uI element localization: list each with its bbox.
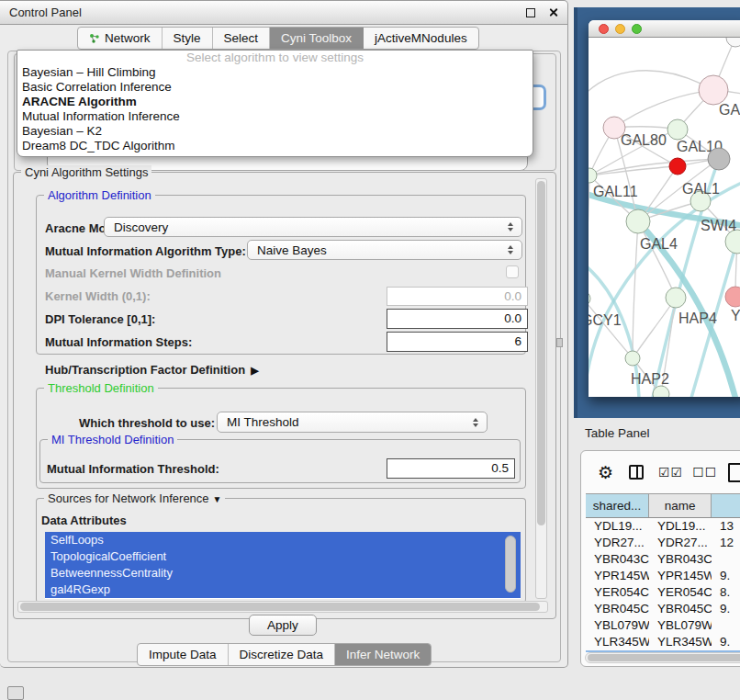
table-row[interactable]: YBR043CYBR043C bbox=[586, 551, 740, 568]
network-node-gal10[interactable] bbox=[667, 119, 688, 140]
table-toolbar: ⚙ ☑☑ ☐☐ bbox=[581, 451, 740, 493]
algorithm-option[interactable]: Dream8 DC_TDC Algorithm bbox=[17, 139, 533, 153]
tab-infer-network[interactable]: Infer Network bbox=[335, 644, 431, 665]
table-cell: YBR043C bbox=[649, 551, 712, 568]
gear-icon[interactable]: ⚙ bbox=[598, 464, 613, 481]
table-row[interactable]: YPR145WYPR145W9. bbox=[586, 568, 740, 584]
which-threshold-label: Which threshold to use: bbox=[79, 416, 215, 430]
zoom-window-icon[interactable] bbox=[632, 24, 642, 34]
attribute-item-selected[interactable]: BetweennessCentrality bbox=[45, 565, 521, 581]
network-node[interactable] bbox=[669, 158, 686, 175]
sources-title[interactable]: Sources for Network Inference▼ bbox=[44, 491, 225, 505]
table-row[interactable]: YER054CYER054C8. bbox=[586, 584, 740, 601]
minimize-window-icon[interactable] bbox=[615, 24, 625, 34]
network-node-gcy1[interactable] bbox=[589, 291, 590, 306]
hub-definition-expander[interactable]: Hub/Transcription Factor Definition▶ bbox=[45, 363, 259, 377]
network-node-hap2[interactable] bbox=[625, 351, 640, 366]
node-table: shared...name YDL19...YDL19...13YDR27...… bbox=[586, 493, 740, 655]
table-horizontal-scrollbar[interactable] bbox=[585, 652, 740, 663]
algorithm-option[interactable]: Bayesian – Hill Climbing bbox=[17, 65, 533, 80]
table-mode-icon[interactable] bbox=[728, 463, 740, 482]
attributes-list-scrollbar[interactable] bbox=[505, 536, 516, 593]
tab-cyni-toolbox[interactable]: Cyni Toolbox bbox=[270, 28, 364, 49]
attribute-item-selected[interactable]: gal4RGexp bbox=[45, 581, 521, 598]
mi-threshold-definition-title: MI Threshold Definition bbox=[48, 433, 177, 446]
algorithm-option[interactable]: ARACNE Algorithm bbox=[17, 95, 533, 109]
network-view-frame: GALGAL80GAL10GAL11GAL1SWI4GAL4GCY1HAP4YH… bbox=[574, 7, 740, 418]
table-cell: 8. bbox=[712, 584, 740, 601]
network-icon bbox=[89, 33, 100, 44]
table-row[interactable]: YBR045CYBR045C9. bbox=[586, 601, 740, 617]
close-panel-icon[interactable] bbox=[548, 7, 558, 17]
table-cell: YDR27... bbox=[649, 535, 712, 551]
table-body: YDL19...YDL19...13YDR27...YDR27...12YBR0… bbox=[586, 518, 740, 655]
mi-type-value: Naive Bayes bbox=[257, 243, 504, 257]
node-label: Y bbox=[731, 308, 740, 323]
table-cell: 9. bbox=[712, 634, 740, 650]
table-cell: YDL19... bbox=[586, 518, 649, 535]
settings-horizontal-scrollbar[interactable] bbox=[17, 601, 548, 613]
algorithm-option[interactable]: Mutual Information Inference bbox=[17, 109, 533, 124]
table-cell bbox=[712, 551, 740, 568]
network-node[interactable] bbox=[708, 148, 730, 170]
attribute-item-selected[interactable]: SelfLoops bbox=[45, 532, 521, 548]
tab-select[interactable]: Select bbox=[213, 28, 271, 49]
minimized-panel-icon[interactable] bbox=[7, 686, 24, 700]
mi-threshold-field[interactable]: 0.5 bbox=[387, 458, 515, 479]
table-row[interactable]: YLR345WYLR345W9. bbox=[586, 634, 740, 650]
kernel-width-field[interactable]: 0.0 bbox=[387, 287, 528, 306]
table-cell: YLR345W bbox=[586, 634, 649, 650]
network-edge[interactable] bbox=[614, 90, 713, 128]
column-header[interactable]: shared... bbox=[586, 494, 649, 517]
table-row[interactable]: YDR27...YDR27...12 bbox=[586, 535, 740, 551]
split-pane-handle[interactable] bbox=[556, 338, 563, 347]
table-panel: ⚙ ☑☑ ☐☐ shared...name YDL19...YDL19...13… bbox=[580, 450, 740, 667]
select-all-icon[interactable]: ☑☑ bbox=[658, 465, 683, 480]
table-cell: YBL079W bbox=[586, 617, 649, 634]
which-threshold-select[interactable]: MI Threshold bbox=[217, 412, 488, 433]
network-node-gal4[interactable] bbox=[626, 209, 650, 233]
algorithm-option[interactable]: Basic Correlation Inference bbox=[17, 80, 533, 95]
tab-label: Infer Network bbox=[346, 648, 420, 661]
network-edge[interactable] bbox=[633, 221, 638, 358]
tab-impute-data[interactable]: Impute Data bbox=[138, 644, 229, 665]
tab-discretize-data[interactable]: Discretize Data bbox=[229, 644, 336, 665]
settings-vertical-scrollbar[interactable] bbox=[535, 178, 547, 599]
tab-network[interactable]: Network bbox=[78, 28, 163, 49]
network-edge[interactable] bbox=[589, 175, 589, 299]
tab-style[interactable]: Style bbox=[163, 28, 213, 49]
column-header[interactable]: name bbox=[649, 494, 712, 517]
columns-icon[interactable] bbox=[629, 465, 644, 480]
data-attributes-list[interactable]: SelfLoopsTopologicalCoefficientBetweenne… bbox=[45, 532, 521, 599]
network-window: GALGAL80GAL10GAL11GAL1SWI4GAL4GCY1HAP4YH… bbox=[589, 20, 740, 397]
attribute-item-selected[interactable]: TopologicalCoefficient bbox=[45, 548, 521, 565]
aracne-mode-select[interactable]: Discovery bbox=[104, 217, 522, 237]
deselect-all-icon[interactable]: ☐☐ bbox=[692, 465, 717, 480]
dpi-tolerance-label: DPI Tolerance [0,1]: bbox=[45, 312, 155, 326]
table-row[interactable]: YDL19...YDL19...13 bbox=[586, 518, 740, 535]
table-cell: YER054C bbox=[649, 584, 712, 601]
network-canvas[interactable]: GALGAL80GAL10GAL11GAL1SWI4GAL4GCY1HAP4YH… bbox=[589, 38, 740, 397]
which-threshold-value: MI Threshold bbox=[227, 415, 469, 429]
manual-kernel-checkbox[interactable] bbox=[506, 265, 519, 278]
bottom-tab-bar: Impute DataDiscretize DataInfer Network bbox=[137, 643, 432, 666]
network-node-y[interactable] bbox=[725, 287, 740, 307]
apply-button[interactable]: Apply bbox=[249, 615, 317, 636]
table-row[interactable]: YBL079WYBL079W bbox=[586, 617, 740, 634]
mi-type-select[interactable]: Naive Bayes bbox=[247, 240, 522, 260]
settings-group-title: Cyni Algorithm Settings bbox=[21, 165, 151, 179]
algorithm-option[interactable]: Bayesian – K2 bbox=[17, 124, 533, 139]
network-node-gal[interactable] bbox=[699, 75, 728, 105]
threshold-definition-title: Threshold Definition bbox=[44, 381, 158, 395]
dpi-tolerance-field[interactable]: 0.0 bbox=[387, 309, 528, 329]
network-node[interactable] bbox=[726, 38, 740, 47]
close-window-icon[interactable] bbox=[599, 24, 609, 34]
network-edge[interactable] bbox=[589, 175, 740, 397]
network-window-titlebar[interactable] bbox=[589, 20, 740, 38]
tab-jactivemnodules[interactable]: jActiveMNodules bbox=[364, 28, 478, 49]
column-header[interactable] bbox=[712, 494, 740, 517]
network-edge[interactable] bbox=[589, 71, 713, 107]
float-panel-icon[interactable] bbox=[526, 8, 535, 17]
mi-steps-field[interactable]: 6 bbox=[387, 332, 528, 352]
network-node-hap4[interactable] bbox=[666, 288, 686, 308]
